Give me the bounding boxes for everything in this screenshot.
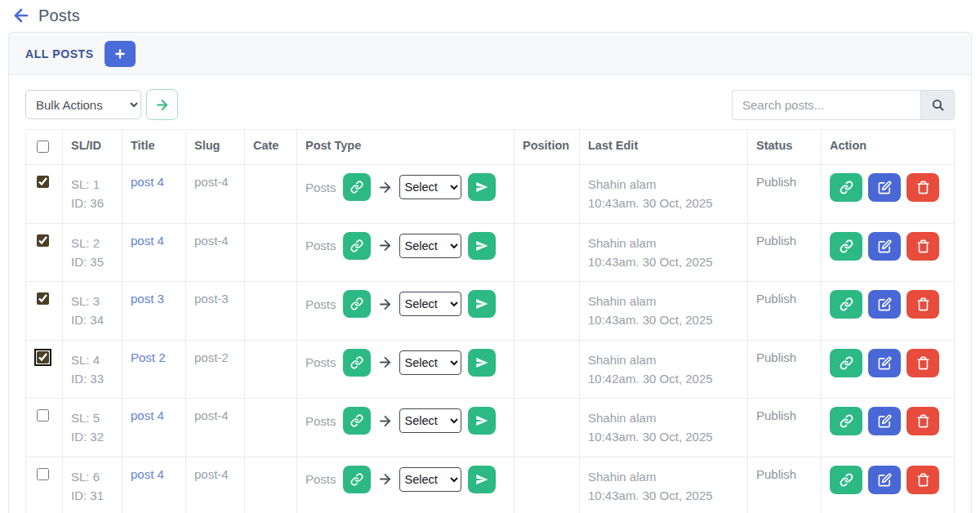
view-link-button[interactable]: [830, 290, 862, 319]
edit-icon: [878, 181, 892, 194]
post-type-link-button[interactable]: [343, 232, 371, 260]
arrow-right-icon: [377, 471, 393, 487]
edit-button[interactable]: [868, 290, 901, 319]
link-icon: [350, 181, 363, 194]
delete-button[interactable]: [906, 349, 939, 377]
post-title-link[interactable]: post 4: [131, 408, 164, 422]
card-title: ALL POSTS: [25, 47, 94, 60]
edit-icon: [878, 414, 892, 428]
delete-button[interactable]: [906, 290, 939, 319]
link-icon: [840, 297, 853, 311]
search-button[interactable]: [920, 90, 955, 120]
edit-button[interactable]: [868, 466, 901, 494]
delete-button[interactable]: [906, 232, 939, 261]
row-checkbox[interactable]: [37, 234, 49, 247]
status-badge: Publish: [756, 408, 796, 422]
link-icon: [840, 356, 853, 370]
delete-button[interactable]: [906, 466, 939, 494]
view-link-button[interactable]: [830, 232, 862, 261]
view-link-button[interactable]: [830, 349, 862, 377]
last-edit-time: 10:43am. 30 Oct, 2025: [588, 486, 739, 505]
plus-icon: [114, 47, 127, 60]
page-header: Posts: [0, 0, 980, 29]
column-header-posttype: Post Type: [297, 130, 514, 165]
row-id: ID: 34: [71, 310, 114, 329]
trash-icon: [916, 297, 930, 311]
post-type-label: Posts: [305, 239, 336, 252]
posts-card: ALL POSTS Bulk Actions: [8, 32, 972, 513]
row-checkbox[interactable]: [37, 176, 49, 188]
trash-icon: [916, 473, 930, 487]
last-edit-time: 10:43am. 30 Oct, 2025: [588, 252, 739, 271]
post-title-link[interactable]: Post 2: [131, 350, 166, 364]
post-title-link[interactable]: post 4: [131, 175, 164, 189]
post-type-select[interactable]: Select: [399, 350, 461, 375]
last-edit-time: 10:42am. 30 Oct, 2025: [588, 369, 739, 388]
bulk-actions-select[interactable]: Bulk Actions: [25, 90, 141, 119]
column-header-lastedit: Last Edit: [580, 130, 748, 165]
table-header-row: SL/ID Title Slug Cate Post Type Position…: [26, 130, 955, 165]
post-type-send-button[interactable]: [468, 232, 496, 260]
table-row: SL: 2 ID: 35 post 4 post-4 Posts Select …: [26, 223, 955, 282]
edit-button[interactable]: [868, 173, 901, 202]
search-input[interactable]: [732, 90, 920, 120]
post-type-select[interactable]: Select: [399, 234, 461, 258]
post-type-label: Posts: [305, 472, 336, 486]
view-link-button[interactable]: [830, 173, 862, 202]
send-icon: [475, 473, 488, 486]
row-id: ID: 36: [71, 194, 114, 212]
send-icon: [475, 356, 488, 369]
add-post-button[interactable]: [105, 41, 136, 67]
link-icon: [350, 414, 363, 427]
table-row: SL: 4 ID: 33 Post 2 post-2 Posts Select …: [26, 340, 955, 399]
post-type-link-button[interactable]: [343, 349, 371, 377]
post-type-select[interactable]: Select: [399, 292, 461, 316]
post-type-select[interactable]: Select: [399, 175, 461, 199]
apply-bulk-action-button[interactable]: [146, 89, 178, 120]
post-title-link[interactable]: post 3: [131, 292, 164, 306]
post-type-label: Posts: [305, 297, 336, 311]
back-arrow-icon[interactable]: [11, 6, 31, 25]
status-badge: Publish: [756, 234, 796, 248]
post-title-link[interactable]: post 4: [131, 467, 164, 481]
post-type-select[interactable]: Select: [399, 408, 461, 433]
post-type-send-button[interactable]: [468, 349, 496, 377]
post-type-send-button[interactable]: [468, 466, 496, 493]
post-type-select[interactable]: Select: [399, 467, 461, 492]
row-sl: SL: 4: [71, 350, 114, 369]
delete-button[interactable]: [906, 173, 939, 202]
table-row: SL: 6 ID: 31 post 4 post-4 Posts Select …: [26, 457, 955, 513]
post-type-link-button[interactable]: [343, 466, 371, 493]
post-slug: post-3: [194, 292, 229, 306]
edit-button[interactable]: [868, 349, 901, 377]
post-slug: post-2: [194, 350, 229, 364]
row-sl: SL: 5: [71, 408, 114, 427]
last-edit-author: Shahin alam: [588, 467, 739, 486]
post-title-link[interactable]: post 4: [131, 234, 164, 248]
row-checkbox[interactable]: [37, 468, 49, 480]
row-checkbox[interactable]: [37, 351, 49, 364]
row-sl: SL: 1: [71, 175, 114, 194]
edit-button[interactable]: [868, 232, 901, 261]
row-checkbox[interactable]: [37, 292, 49, 305]
post-type-link-button[interactable]: [343, 290, 371, 318]
status-badge: Publish: [756, 350, 796, 364]
select-all-checkbox[interactable]: [37, 141, 49, 153]
search-group: [732, 90, 955, 120]
edit-icon: [878, 473, 892, 487]
column-header-title: Title: [122, 130, 186, 165]
delete-button[interactable]: [906, 407, 939, 435]
edit-button[interactable]: [868, 407, 901, 435]
post-type-send-button[interactable]: [468, 290, 496, 318]
post-type-send-button[interactable]: [468, 407, 496, 435]
post-type-link-button[interactable]: [343, 173, 371, 201]
post-type-link-button[interactable]: [343, 407, 371, 435]
view-link-button[interactable]: [830, 466, 862, 494]
post-slug: post-4: [194, 234, 229, 248]
post-type-send-button[interactable]: [468, 173, 496, 201]
table-row: SL: 3 ID: 34 post 3 post-3 Posts Select …: [26, 282, 955, 341]
row-id: ID: 31: [71, 486, 114, 505]
column-header-slug: Slug: [186, 130, 245, 165]
view-link-button[interactable]: [830, 407, 862, 435]
row-checkbox[interactable]: [37, 409, 49, 422]
